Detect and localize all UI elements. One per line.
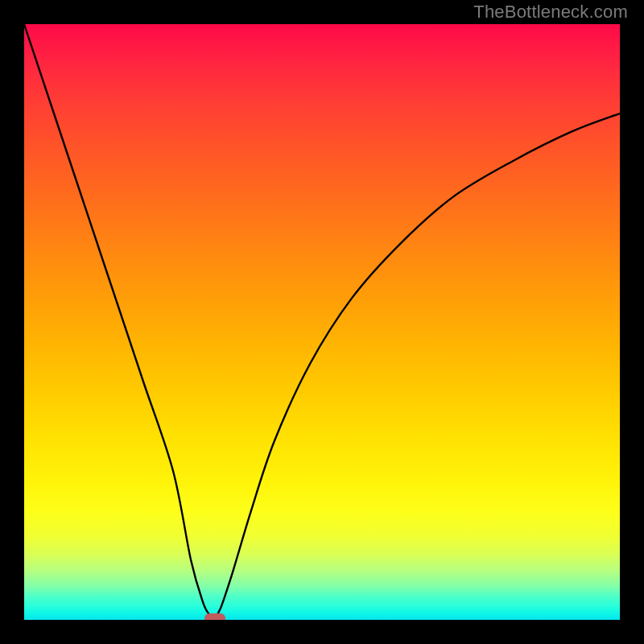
watermark-text: TheBottleneck.com	[473, 2, 628, 23]
plot-area	[24, 24, 620, 620]
bottleneck-curve	[24, 24, 620, 620]
minimum-marker	[204, 613, 225, 620]
chart-outer: TheBottleneck.com	[0, 0, 644, 644]
